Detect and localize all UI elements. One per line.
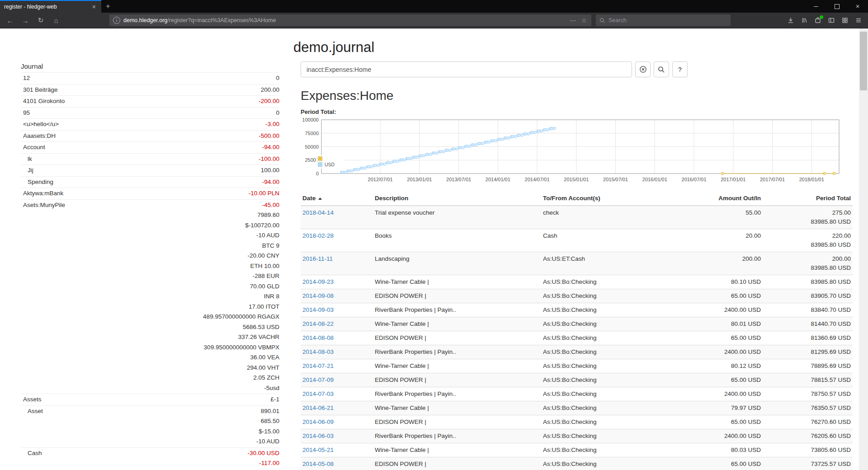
cell-amount: 2400.00 USD bbox=[677, 429, 763, 443]
browser-tab[interactable]: register - hledger-web × bbox=[0, 0, 101, 13]
transaction-date-link[interactable]: 2014-09-03 bbox=[302, 306, 334, 313]
svg-text:2012/07/01: 2012/07/01 bbox=[368, 177, 393, 182]
account-link[interactable]: Asset bbox=[21, 406, 43, 447]
transaction-date-link[interactable]: 2014-07-09 bbox=[302, 376, 334, 383]
apps-button[interactable] bbox=[838, 14, 852, 27]
transaction-date-link[interactable]: 2014-06-03 bbox=[302, 432, 334, 439]
column-header-description[interactable]: Description bbox=[373, 191, 541, 206]
account-link[interactable]: 4101 Girokonto bbox=[21, 96, 65, 107]
cell-account: Cash bbox=[541, 229, 677, 252]
transaction-date-link[interactable]: 2014-05-21 bbox=[302, 446, 334, 453]
query-input[interactable] bbox=[301, 61, 632, 77]
cell-date: 2014-05-08 bbox=[301, 457, 373, 470]
browser-search-field[interactable]: Search bbox=[596, 14, 731, 26]
svg-text:2017/07/01: 2017/07/01 bbox=[760, 177, 785, 182]
url-text[interactable]: demo.hledger.org/register?q=inacct%3AExp… bbox=[123, 17, 566, 24]
home-button[interactable]: ⌂ bbox=[49, 14, 63, 27]
balance-amount: 309.950000000000 VBMPX bbox=[65, 343, 279, 353]
balance-amount: -200.00 bbox=[65, 96, 279, 107]
column-header-amount[interactable]: Amount Out/In bbox=[677, 191, 763, 206]
transaction-date-link[interactable]: 2018-02-28 bbox=[302, 232, 334, 239]
bookmark-star-icon[interactable]: ☆ bbox=[580, 17, 588, 24]
balance-amount: -94.00 bbox=[45, 142, 279, 153]
download-icon bbox=[787, 17, 794, 24]
account-link[interactable]: Aaasets:DH bbox=[21, 131, 56, 141]
new-tab-button[interactable]: + bbox=[101, 0, 115, 13]
account-link[interactable]: Assets bbox=[21, 395, 42, 405]
cell-period-total: 220.0083985.80 USD bbox=[763, 229, 853, 252]
site-info-icon[interactable]: i bbox=[113, 17, 120, 24]
period-total-line: 83985.80 USD bbox=[764, 240, 851, 249]
help-button[interactable]: ? bbox=[672, 61, 688, 77]
period-total-line: 83985.80 USD bbox=[764, 277, 851, 287]
window-close-button[interactable]: × bbox=[847, 0, 868, 13]
transaction-date-link[interactable]: 2014-09-08 bbox=[302, 292, 334, 299]
transaction-date-link[interactable]: 2014-06-21 bbox=[302, 404, 334, 411]
window-minimize-button[interactable] bbox=[806, 0, 826, 13]
account-link[interactable]: 95 bbox=[21, 108, 30, 118]
account-row: Account-94.00 bbox=[21, 141, 279, 153]
transaction-date-link[interactable]: 2018-04-14 bbox=[302, 209, 334, 216]
tab-close-icon[interactable]: × bbox=[91, 3, 97, 10]
column-header-period-total[interactable]: Period Total bbox=[763, 191, 853, 206]
cell-amount: 2400.00 USD bbox=[677, 387, 763, 401]
account-link[interactable]: <u>hello</u> bbox=[21, 119, 59, 130]
account-link[interactable]: Aktywa:mBank bbox=[21, 188, 63, 199]
clear-query-button[interactable] bbox=[635, 61, 651, 77]
transaction-date-link[interactable]: 2014-05-08 bbox=[302, 461, 334, 467]
balance-amount: BTC 9 bbox=[65, 241, 279, 251]
account-link[interactable]: lk bbox=[21, 154, 32, 164]
column-header-date[interactable]: Date bbox=[301, 191, 373, 206]
account-link[interactable]: Jij bbox=[21, 165, 33, 176]
cell-period-total: 76205.60 USD bbox=[763, 429, 853, 443]
column-header-account[interactable]: To/From Account(s) bbox=[541, 191, 677, 206]
extension-button[interactable] bbox=[811, 14, 825, 27]
account-link[interactable]: 12 bbox=[21, 73, 30, 84]
scrollbar-thumb[interactable] bbox=[860, 32, 867, 90]
forward-button[interactable]: → bbox=[18, 14, 33, 27]
register-row: 2014-09-23Wine-Tarner Cable |As:US:Bo:Ch… bbox=[301, 275, 853, 289]
transaction-date-link[interactable]: 2014-08-22 bbox=[302, 320, 334, 327]
account-heading: Expenses:Home bbox=[301, 89, 859, 103]
transaction-date-link[interactable]: 2014-09-23 bbox=[302, 278, 334, 285]
account-link[interactable]: 301 Beiträge bbox=[21, 85, 58, 95]
register-row: 2014-07-03RiverBank Properties | Payin..… bbox=[301, 387, 853, 401]
download-button[interactable] bbox=[784, 14, 797, 27]
account-link[interactable]: Spending bbox=[21, 177, 53, 188]
svg-text:0: 0 bbox=[316, 171, 319, 176]
reload-button[interactable]: ↻ bbox=[33, 14, 48, 27]
menu-button[interactable] bbox=[852, 14, 865, 27]
page-scrollbar[interactable] bbox=[859, 28, 868, 470]
cell-date: 2014-06-09 bbox=[301, 415, 373, 429]
balance-amount: -20.00 CNY bbox=[65, 251, 279, 261]
account-link[interactable]: Asets:MunyPile bbox=[21, 200, 65, 394]
transaction-date-link[interactable]: 2014-06-09 bbox=[302, 418, 334, 425]
transaction-date-link[interactable]: 2016-11-11 bbox=[302, 255, 333, 262]
sidebars-button[interactable] bbox=[825, 14, 838, 27]
minimize-icon bbox=[814, 6, 818, 7]
transaction-date-link[interactable]: 2014-08-08 bbox=[302, 334, 334, 341]
transaction-date-link[interactable]: 2014-07-03 bbox=[302, 390, 334, 397]
window-maximize-button[interactable] bbox=[826, 0, 847, 13]
url-bar[interactable]: i demo.hledger.org/register?q=inacct%3AE… bbox=[109, 14, 591, 26]
extension-badge bbox=[820, 15, 823, 19]
account-balances: -200.00 bbox=[65, 96, 279, 107]
page-actions-icon[interactable]: ⋯ bbox=[569, 17, 577, 24]
account-link[interactable]: Cash bbox=[21, 448, 42, 469]
balance-amount: 36.00 VEA bbox=[65, 352, 279, 363]
back-button[interactable]: ← bbox=[3, 14, 17, 27]
transaction-date-link[interactable]: 2014-07-21 bbox=[302, 362, 334, 369]
account-balances: 890.01685.50$-15.00-10 AUD bbox=[43, 406, 279, 447]
svg-text:2017/01/01: 2017/01/01 bbox=[721, 177, 745, 182]
sidebar-accounts: 120301 Beiträge200.004101 Girokonto-200.… bbox=[21, 72, 279, 469]
transaction-date-link[interactable]: 2014-08-03 bbox=[302, 348, 334, 355]
period-total-chart[interactable]: 02500050000750001000002012/07/012013/01/… bbox=[293, 117, 840, 186]
account-link[interactable]: Account bbox=[21, 142, 45, 153]
balance-amount: ETH 10.00 bbox=[65, 261, 279, 272]
cell-date: 2014-07-21 bbox=[301, 359, 373, 373]
library-button[interactable] bbox=[797, 14, 811, 27]
journal-link[interactable]: Journal bbox=[21, 60, 279, 72]
cell-amount: 80.03 USD bbox=[677, 443, 763, 457]
cell-account: As:US:Bo:Checking bbox=[541, 303, 677, 317]
submit-search-button[interactable] bbox=[654, 61, 669, 77]
